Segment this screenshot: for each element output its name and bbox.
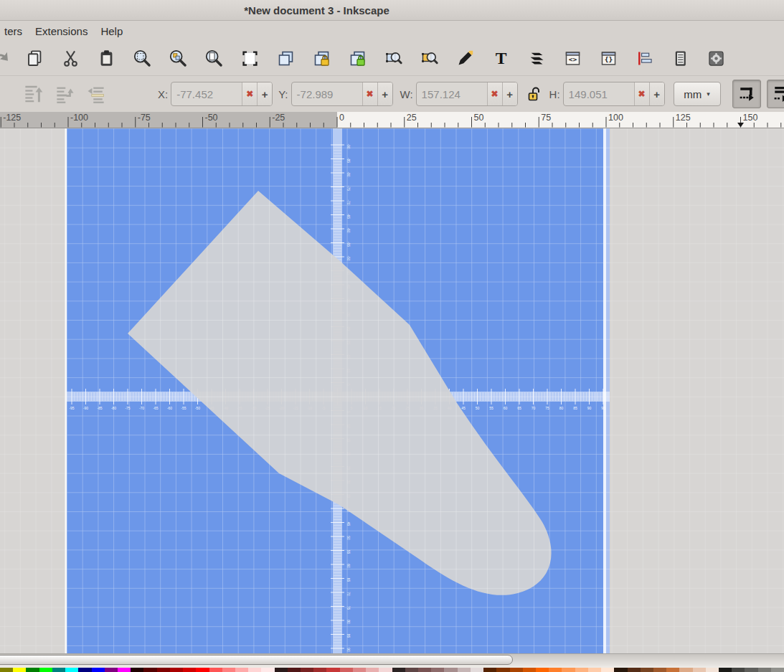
palette-swatch[interactable] <box>366 668 379 672</box>
layers-icon[interactable] <box>526 48 547 70</box>
x-decrement-button[interactable]: ✖ <box>242 82 257 105</box>
zoom-selection-icon[interactable] <box>131 48 153 70</box>
palette-swatch[interactable] <box>170 668 183 672</box>
preferences-icon[interactable] <box>705 48 727 70</box>
palette-swatch[interactable] <box>353 668 366 672</box>
palette-swatch[interactable] <box>431 668 444 672</box>
move-patterns-toggle[interactable] <box>767 80 784 108</box>
units-dropdown[interactable]: mm ▾ <box>674 82 721 106</box>
clone-icon[interactable] <box>311 48 332 70</box>
palette-swatch[interactable] <box>209 668 222 672</box>
palette-swatch[interactable] <box>614 668 627 672</box>
palette-swatch[interactable] <box>653 668 666 672</box>
height-increment-button[interactable]: + <box>649 82 664 105</box>
palette-swatch[interactable] <box>458 668 471 672</box>
raise-to-top-button[interactable] <box>20 81 46 107</box>
palette-swatch[interactable] <box>13 668 26 672</box>
duplicate-icon[interactable] <box>275 48 296 70</box>
palette-swatch[interactable] <box>679 668 692 672</box>
menu-extensions[interactable]: Extensions <box>29 23 94 39</box>
raise-button[interactable] <box>52 81 77 107</box>
palette-swatch[interactable] <box>196 668 209 672</box>
palette-swatch[interactable] <box>405 668 418 672</box>
palette-swatch[interactable] <box>732 668 745 672</box>
y-value[interactable]: -72.989 <box>292 82 362 105</box>
palette-swatch[interactable] <box>0 668 13 672</box>
palette-swatch[interactable] <box>157 668 170 672</box>
palette-swatch[interactable] <box>313 668 326 672</box>
palette-swatch[interactable] <box>471 668 483 672</box>
palette-swatch[interactable] <box>340 668 353 672</box>
palette-swatch[interactable] <box>641 668 653 672</box>
zoom-drawing-icon[interactable] <box>167 48 189 70</box>
palette-swatch[interactable] <box>288 668 301 672</box>
selection-frame-icon[interactable] <box>239 48 260 70</box>
palette-swatch[interactable] <box>301 668 313 672</box>
height-decrement-button[interactable]: ✖ <box>634 82 649 105</box>
horizontal-ruler[interactable]: -125-100-75-50-250255075100125150 <box>0 112 784 128</box>
palette-swatch[interactable] <box>39 668 52 672</box>
palette-swatch[interactable] <box>496 668 509 672</box>
document-properties-icon[interactable] <box>669 48 691 70</box>
fill-stroke-icon[interactable] <box>454 48 476 70</box>
palette-swatch[interactable] <box>444 668 457 672</box>
palette-swatch[interactable] <box>92 668 105 672</box>
palette-swatch[interactable] <box>771 668 784 672</box>
lower-button[interactable] <box>83 81 109 107</box>
unlink-clone-icon[interactable] <box>346 48 368 70</box>
find-replace-icon[interactable] <box>418 48 440 70</box>
palette-swatch[interactable] <box>379 668 392 672</box>
palette-swatch[interactable] <box>105 668 118 672</box>
palette-swatch[interactable] <box>235 668 248 672</box>
palette-swatch[interactable] <box>575 668 588 672</box>
copy-icon[interactable] <box>24 48 45 70</box>
palette-swatch[interactable] <box>601 668 614 672</box>
object-properties-icon[interactable] <box>598 48 619 70</box>
palette-swatch[interactable] <box>706 668 719 672</box>
palette-swatch[interactable] <box>118 668 131 672</box>
width-decrement-button[interactable]: ✖ <box>487 82 502 105</box>
palette-swatch[interactable] <box>628 668 641 672</box>
x-field[interactable]: -77.452 ✖ + <box>171 82 273 106</box>
align-distribute-icon[interactable] <box>633 48 655 70</box>
palette-swatch[interactable] <box>536 668 549 672</box>
palette-swatch[interactable] <box>222 668 235 672</box>
palette-swatch[interactable] <box>549 668 562 672</box>
x-value[interactable]: -77.452 <box>171 82 242 105</box>
y-decrement-button[interactable]: ✖ <box>362 82 377 105</box>
xml-editor-icon[interactable] <box>562 48 583 70</box>
palette-swatch[interactable] <box>588 668 601 672</box>
palette-swatch[interactable] <box>745 668 757 672</box>
palette-swatch[interactable] <box>78 668 91 672</box>
zoom-page-icon[interactable] <box>203 48 225 70</box>
palette-swatch[interactable] <box>131 668 143 672</box>
horizontal-scrollbar-thumb[interactable] <box>0 655 513 665</box>
palette-swatch[interactable] <box>26 668 39 672</box>
height-field[interactable]: 149.051 ✖ + <box>563 82 665 106</box>
width-value[interactable]: 157.124 <box>417 82 487 105</box>
palette-swatch[interactable] <box>248 668 261 672</box>
palette-swatch[interactable] <box>52 668 65 672</box>
width-field[interactable]: 157.124 ✖ + <box>416 82 518 106</box>
find-icon[interactable] <box>382 48 404 70</box>
palette-swatch[interactable] <box>483 668 496 672</box>
width-increment-button[interactable]: + <box>502 82 517 105</box>
palette-swatch[interactable] <box>275 668 288 672</box>
palette-swatch[interactable] <box>562 668 575 672</box>
lock-ratio-toggle[interactable] <box>525 83 544 105</box>
x-increment-button[interactable]: + <box>257 82 272 105</box>
menu-filters-partial[interactable]: ters <box>0 23 29 39</box>
palette-swatch[interactable] <box>758 668 771 672</box>
palette-swatch[interactable] <box>666 668 679 672</box>
move-gradients-toggle[interactable] <box>732 80 761 108</box>
palette-swatch[interactable] <box>693 668 706 672</box>
palette-swatch[interactable] <box>418 668 431 672</box>
lower-to-bottom-button[interactable] <box>115 81 141 107</box>
palette-swatch[interactable] <box>183 668 196 672</box>
palette-swatch[interactable] <box>719 668 732 672</box>
palette-swatch[interactable] <box>65 668 78 672</box>
paste-icon[interactable] <box>95 48 117 70</box>
palette-swatch[interactable] <box>326 668 339 672</box>
menu-help[interactable]: Help <box>94 23 129 39</box>
cut-icon[interactable] <box>60 48 81 70</box>
